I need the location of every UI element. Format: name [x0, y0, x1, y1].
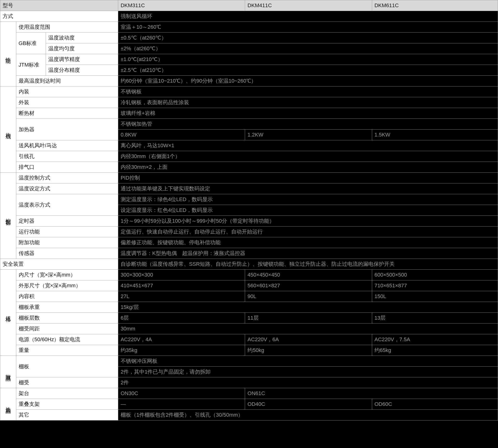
model-3: DKM611C	[372, 0, 498, 11]
spec-table: 型号 DKM311C DKM411C DKM611C 方式 强制送风循环 性能 …	[0, 0, 498, 420]
opt-other: 棚板（1件棚板包含2件棚受）、引线孔（30/50mm）	[118, 410, 498, 420]
vol-label: 内容积	[16, 291, 118, 302]
opt-stack-label: 重叠支架	[16, 399, 118, 410]
maxtemp: 约60分钟（室温10~210℃）、约90分钟（室温10~260℃）	[118, 76, 498, 86]
heater-mat: 不锈钢加热管	[118, 119, 498, 129]
outdim-m2: 560×601×827	[245, 280, 372, 291]
outdim-m3: 710×651×877	[372, 280, 498, 291]
opt-stack-m1: —	[118, 399, 245, 410]
outer-label: 外装	[16, 97, 118, 108]
timer: 1分～99小时59分以及100小时～999小时50分（带定时等待功能）	[118, 216, 498, 226]
method-value: 强制送风循环	[118, 11, 498, 22]
vent: 内径30mm×2，上面	[118, 162, 498, 173]
weight-m1: 约35kg	[118, 345, 245, 356]
add-label: 附加功能	[16, 237, 118, 248]
acc-holder-label: 棚受	[16, 377, 118, 388]
gb-fluct-label: 温度波动度	[46, 32, 118, 43]
heater-m3: 1.5KW	[372, 129, 498, 140]
weight-label: 重量	[16, 345, 118, 356]
inner-label: 内装	[16, 86, 118, 97]
acc-group: 附属品	[0, 356, 16, 388]
sensor: 温度调节器：K型热电偶 超温保护用：液胀式温控器	[118, 248, 498, 259]
spec-group: 规格	[0, 270, 16, 356]
model-2: DKM411C	[245, 0, 372, 11]
maxtemp-label: 最高温度到达时间	[16, 76, 118, 86]
spacing-label: 棚受间距	[16, 323, 118, 334]
jtm-label: JTM标准	[16, 54, 46, 76]
disp2: 设定温度显示：红色4位LED，数码显示	[118, 205, 498, 216]
shelfload: 15kg/层	[118, 302, 498, 313]
struct-group: 构成	[0, 86, 16, 173]
ts: 通过功能菜单键及上下键实现数码设定	[118, 183, 498, 194]
opt-stand-m23: ON61C	[245, 388, 498, 399]
shelflayers-label: 棚板层数	[16, 313, 118, 323]
opt-stand-label: 架台	[16, 388, 118, 399]
model-label: 型号	[0, 0, 118, 11]
acc-shelf-mat: 不锈钢冲压网板	[118, 356, 498, 367]
acc-shelf-label: 棚板	[16, 356, 118, 377]
vol-m2: 90L	[245, 291, 372, 302]
heater-m2: 1.2KW	[245, 129, 372, 140]
run: 定值运行、快速自动停止运行、自动停止运行、自动开始运行	[118, 226, 498, 237]
use-range-label: 使用温度范围	[16, 22, 118, 32]
shelf-m2: 11层	[245, 313, 372, 323]
tc: PID控制	[118, 173, 498, 183]
vent-label: 排气口	[16, 162, 118, 173]
power-m1: AC220V，4A	[118, 334, 245, 345]
ctrl-group: 控制器	[0, 173, 16, 259]
shelf-m1: 6层	[118, 313, 245, 323]
run-label: 运行功能	[16, 226, 118, 237]
fan: 离心风叶，马达10W×1	[118, 140, 498, 151]
vol-m3: 150L	[372, 291, 498, 302]
spacing: 30mm	[118, 323, 498, 334]
jtm-dist: ±2.5℃（at210℃）	[118, 65, 498, 76]
insul-label: 断热材	[16, 108, 118, 119]
outer: 冷轧钢板，表面耐药品性涂装	[118, 97, 498, 108]
sensor-label: 传感器	[16, 248, 118, 259]
disp-label: 温度表示方式	[16, 194, 118, 216]
gb-unif: ±2%（at260℃）	[118, 43, 498, 54]
heater-label: 加热器	[16, 119, 118, 140]
model-1: DKM311C	[118, 0, 245, 11]
acc-holder: 2件	[118, 377, 498, 388]
gb-unif-label: 温度均匀度	[46, 43, 118, 54]
tc-label: 温度控制方式	[16, 173, 118, 183]
shelfload-label: 棚板承重	[16, 302, 118, 313]
safety-label: 安全装置	[0, 259, 118, 270]
opt-stand-m1: ON30C	[118, 388, 245, 399]
ts-label: 温度设定方式	[16, 183, 118, 194]
power-m2: AC220V，6A	[245, 334, 372, 345]
header-row: 型号 DKM311C DKM411C DKM611C	[0, 0, 498, 11]
perf-group: 性能	[0, 22, 16, 86]
weight-m2: 约50kg	[245, 345, 372, 356]
inner: 不锈钢板	[118, 86, 498, 97]
opt-group: 选购品	[0, 388, 16, 420]
indim-m3: 600×500×500	[372, 270, 498, 280]
lead-label: 引线孔	[16, 151, 118, 162]
acc-shelf-qty: 2件，其中1件已与产品固定，请勿拆卸	[118, 367, 498, 377]
add: 偏差修正功能、按键锁功能、停电补偿功能	[118, 237, 498, 248]
indim-label: 内尺寸（宽×深×高mm）	[16, 270, 118, 280]
disp1: 测定温度显示：绿色4位LED，数码显示	[118, 194, 498, 205]
timer-label: 定时器	[16, 216, 118, 226]
opt-stack-m3: OD60C	[372, 399, 498, 410]
jtm-adj: ±1.0℃(at210℃）	[118, 54, 498, 65]
jtm-adj-label: 温度调节精度	[46, 54, 118, 65]
outdim-m1: 410×451×677	[118, 280, 245, 291]
insul: 玻璃纤维+岩棉	[118, 108, 498, 119]
jtm-dist-label: 温度分布精度	[46, 65, 118, 76]
vol-m1: 27L	[118, 291, 245, 302]
gb-fluct: ±0.5℃（at260℃）	[118, 32, 498, 43]
safety-value: 自诊断功能（温度传感异常、SSR短路、自动过升防止）、按键锁功能、独立过升防止器…	[118, 259, 498, 270]
power-m3: AC220V，7.5A	[372, 334, 498, 345]
fan-label: 送风机风叶/马达	[16, 140, 118, 151]
opt-stack-m2: OD40C	[245, 399, 372, 410]
indim-m2: 450×450×450	[245, 270, 372, 280]
power-label: 电源（50/60Hz）额定电流	[16, 334, 118, 345]
method-label: 方式	[0, 11, 118, 22]
indim-m1: 300×300×300	[118, 270, 245, 280]
heater-m1: 0.8KW	[118, 129, 245, 140]
lead: 内径30mm（右侧面1个）	[118, 151, 498, 162]
shelf-m3: 13层	[372, 313, 498, 323]
outdim-label: 外形尺寸（宽×深×高mm）	[16, 280, 118, 291]
